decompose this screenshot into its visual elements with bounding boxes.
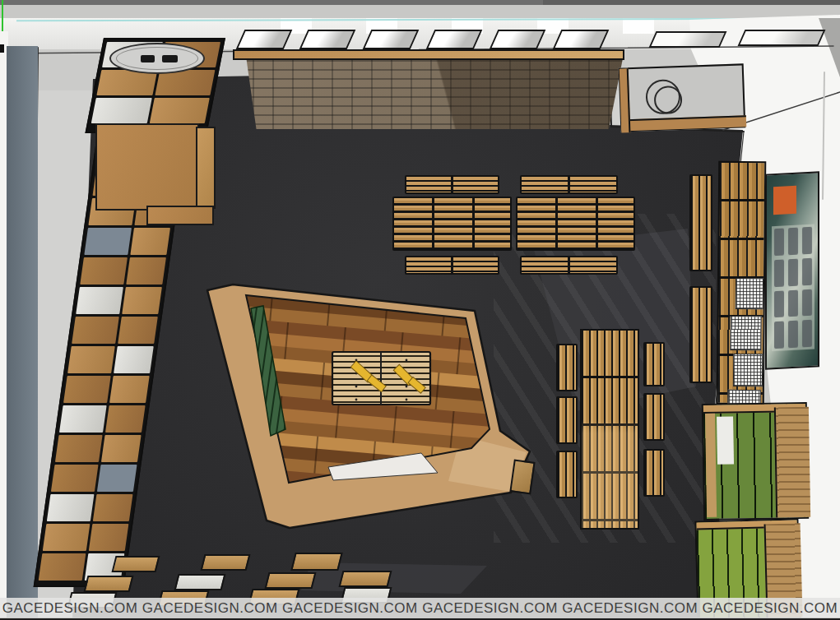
shelf-cube [123,287,162,314]
watermark-text: GACEDESIGN.COM [2,600,138,617]
axis-tick-mark [0,44,4,53]
side-bench [689,286,712,383]
display-bin [339,571,392,587]
poster-photo [774,322,784,349]
service-desk [95,123,199,211]
skylight-panel [299,30,356,49]
watermark-text: GACEDESIGN.COM [562,600,698,617]
service-desk-side-panel [196,127,216,209]
poster-photo [774,259,784,286]
bench [405,256,499,275]
poster-photo [788,258,798,285]
display-bin [290,553,342,571]
left-wall-band [7,46,38,620]
reading-table [392,197,512,251]
poster-photo [802,289,812,316]
shelf-cube [67,346,115,373]
table-object [162,55,178,62]
shelf-cube [118,317,158,344]
watermark-text: GACEDESIGN.COM [702,600,838,617]
skylight-panel [426,30,483,49]
table-object [141,55,155,62]
side-box [509,459,535,494]
locker-white-gap [717,416,734,464]
green-locker-shelf [702,402,809,521]
locker-wood-side [774,407,810,518]
watermark-text: GACEDESIGN.COM [142,600,278,617]
bench [643,393,665,441]
reading-table-group [392,173,636,276]
entry-round-table [109,43,205,74]
shelf-cube [101,435,141,462]
shelf-cube [127,257,166,285]
upper-wall-strip [0,5,840,18]
shelf-cube [97,465,137,492]
bench [556,451,578,498]
cashier-counter [619,63,746,132]
locker-tan-column [705,414,717,517]
poster-photo [788,228,798,255]
watermark-text: GACEDESIGN.COM [422,600,558,617]
display-bin [84,576,134,592]
shelf-cube [51,465,99,492]
bench [556,344,578,391]
skylight-panel [490,30,546,49]
display-bin [201,554,251,571]
shelf-cube [105,405,145,433]
basket-grid [733,354,763,386]
side-bench [689,174,712,271]
screen-lattice-body [233,60,624,129]
shelf-cube [76,287,123,314]
shelf-cube [91,98,152,123]
bench [520,256,618,275]
shelf-cube [93,494,132,521]
watermark-text: GACEDESIGN.COM [282,600,418,617]
basket-grid [736,278,763,309]
scene-root: GACEDESIGN.COM GACEDESIGN.COM GACEDESIGN… [0,0,840,620]
poster-photo [788,289,798,317]
shelf-cube [109,376,149,403]
axis-line-green [2,0,3,31]
display-bin [265,572,317,589]
shelf-cube [84,228,132,255]
poster-photo-grid [772,224,814,352]
skylight-panel [553,30,610,49]
shelf-cube [63,376,111,403]
poster-photo [802,227,812,254]
slatted-wood-screen [233,49,624,129]
poster-photo [774,290,784,317]
shelf-cube [114,346,153,373]
counter-circle [653,86,682,114]
poster-photo [774,229,784,256]
shelf-cube [59,405,107,433]
bench [556,396,578,444]
skylight-panel [363,30,420,49]
poster-logo [773,186,796,215]
skylight-panel [236,30,293,49]
poster-photo [802,257,812,285]
basket-grid [730,316,761,350]
poster-photo [788,321,798,348]
bench [520,175,618,194]
reading-table [516,197,635,251]
wall-poster [765,171,819,369]
watermark-strip: GACEDESIGN.COM GACEDESIGN.COM GACEDESIGN… [0,598,840,618]
skylight-panel-wide [738,30,826,46]
skylight-panel-wide [649,31,727,48]
shelf-cube [149,98,210,123]
display-bin [112,556,160,572]
bench [643,342,665,386]
shelf-cube [72,317,119,344]
bench [405,175,499,194]
screen-top-beam [233,49,624,60]
service-desk-extension [146,206,214,225]
shelf-cube [80,257,128,285]
wall-shelf-column [717,161,767,405]
shelf-cube [55,435,103,462]
display-bin [174,574,226,590]
long-table [580,329,639,530]
shelf-cube [47,494,95,521]
shelf-cube [131,228,170,255]
bench [643,449,665,497]
poster-photo [802,320,812,347]
